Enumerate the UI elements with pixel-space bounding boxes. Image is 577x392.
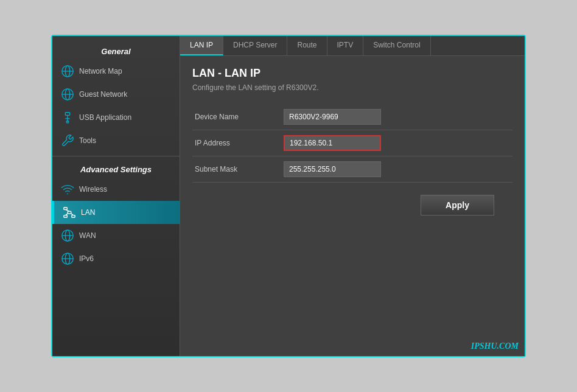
general-section-title: General bbox=[52, 42, 180, 60]
svg-point-9 bbox=[66, 121, 69, 124]
watermark: IPSHU.COM bbox=[471, 341, 519, 351]
sidebar-label-usb-application: USB Application bbox=[79, 113, 131, 122]
input-subnet-mask[interactable] bbox=[284, 161, 381, 177]
sidebar-label-wireless: Wireless bbox=[79, 185, 107, 194]
wan-icon bbox=[61, 229, 74, 242]
sidebar: General Network Map Guest Network bbox=[52, 36, 180, 356]
svg-rect-12 bbox=[68, 211, 71, 214]
tab-dhcp-server[interactable]: DHCP Server bbox=[223, 36, 287, 55]
sidebar-item-lan[interactable]: LAN bbox=[52, 201, 180, 224]
label-device-name: Device Name bbox=[192, 113, 284, 121]
usb-icon bbox=[61, 111, 74, 124]
svg-point-10 bbox=[67, 193, 68, 194]
network-icon bbox=[61, 65, 74, 78]
input-ip-address[interactable] bbox=[284, 135, 381, 151]
sidebar-item-tools[interactable]: Tools bbox=[52, 129, 180, 152]
globe-icon bbox=[61, 88, 74, 101]
apply-button[interactable]: Apply bbox=[421, 195, 494, 215]
tools-icon bbox=[61, 134, 74, 147]
tab-route[interactable]: Route bbox=[287, 36, 327, 55]
sidebar-item-ipv6[interactable]: IPv6 bbox=[52, 247, 180, 270]
router-ui: General Network Map Guest Network bbox=[51, 35, 526, 357]
ipv6-icon bbox=[61, 252, 74, 265]
label-subnet-mask: Subnet Mask bbox=[192, 165, 284, 173]
sidebar-item-wan[interactable]: WAN bbox=[52, 224, 180, 247]
label-ip-address: IP Address bbox=[192, 139, 284, 147]
sidebar-item-wireless[interactable]: Wireless bbox=[52, 178, 180, 201]
sidebar-label-ipv6: IPv6 bbox=[79, 254, 94, 263]
input-device-name[interactable] bbox=[284, 109, 381, 125]
sidebar-label-network-map: Network Map bbox=[79, 67, 122, 75]
tab-switch-control[interactable]: Switch Control bbox=[363, 36, 430, 55]
svg-rect-11 bbox=[64, 208, 68, 210]
main-content: LAN IP DHCP Server Route IPTV Switch Con… bbox=[180, 36, 525, 356]
tab-iptv[interactable]: IPTV bbox=[327, 36, 364, 55]
sidebar-divider bbox=[52, 156, 180, 156]
advanced-section-title: Advanced Settings bbox=[52, 160, 180, 178]
svg-rect-14 bbox=[64, 215, 68, 218]
lan-icon bbox=[63, 206, 76, 219]
tab-lan-ip[interactable]: LAN IP bbox=[180, 36, 223, 55]
page-subtitle: Configure the LAN setting of R6300V2. bbox=[192, 83, 512, 92]
svg-rect-6 bbox=[65, 113, 69, 116]
sidebar-item-network-map[interactable]: Network Map bbox=[52, 60, 180, 83]
tabs-bar: LAN IP DHCP Server Route IPTV Switch Con… bbox=[180, 36, 525, 56]
sidebar-item-usb-application[interactable]: USB Application bbox=[52, 106, 180, 129]
content-area: LAN - LAN IP Configure the LAN setting o… bbox=[180, 56, 525, 356]
form-row-device-name: Device Name bbox=[192, 104, 512, 130]
form-row-subnet-mask: Subnet Mask bbox=[192, 156, 512, 183]
svg-rect-13 bbox=[72, 215, 75, 218]
sidebar-label-tools: Tools bbox=[79, 136, 96, 145]
sidebar-label-lan: LAN bbox=[81, 208, 95, 217]
sidebar-label-guest-network: Guest Network bbox=[79, 90, 127, 99]
sidebar-item-guest-network[interactable]: Guest Network bbox=[52, 83, 180, 106]
form-row-ip-address: IP Address bbox=[192, 130, 512, 156]
page-title: LAN - LAN IP bbox=[192, 67, 512, 80]
sidebar-label-wan: WAN bbox=[79, 231, 96, 240]
wireless-icon bbox=[61, 183, 74, 196]
svg-line-15 bbox=[66, 209, 69, 211]
